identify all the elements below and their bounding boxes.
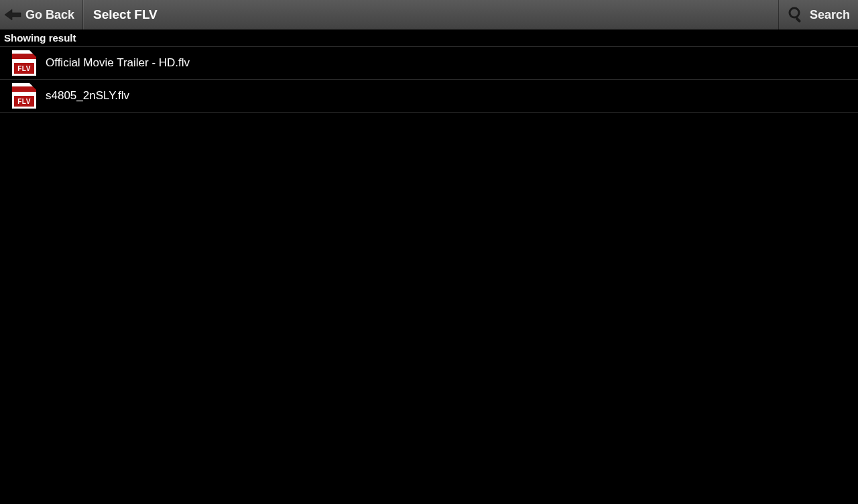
app-header: Go Back Select FLV Search	[0, 0, 858, 29]
search-icon	[787, 6, 804, 23]
list-item[interactable]: FLV s4805_2nSLY.flv	[0, 79, 858, 113]
search-label: Search	[810, 8, 850, 22]
file-name: Official Movie Trailer - HD.flv	[46, 56, 190, 70]
search-button[interactable]: Search	[778, 0, 858, 29]
go-back-label: Go Back	[25, 8, 74, 22]
status-text: Showing result	[0, 29, 858, 46]
flv-file-icon: FLV	[12, 83, 36, 109]
file-name: s4805_2nSLY.flv	[46, 89, 129, 103]
page-title: Select FLV	[83, 0, 778, 29]
back-arrow-icon	[4, 8, 21, 21]
file-list: FLV Official Movie Trailer - HD.flv FLV …	[0, 46, 858, 113]
go-back-button[interactable]: Go Back	[0, 0, 83, 29]
svg-point-0	[790, 8, 799, 17]
flv-file-icon: FLV	[12, 50, 36, 76]
list-item[interactable]: FLV Official Movie Trailer - HD.flv	[0, 46, 858, 80]
